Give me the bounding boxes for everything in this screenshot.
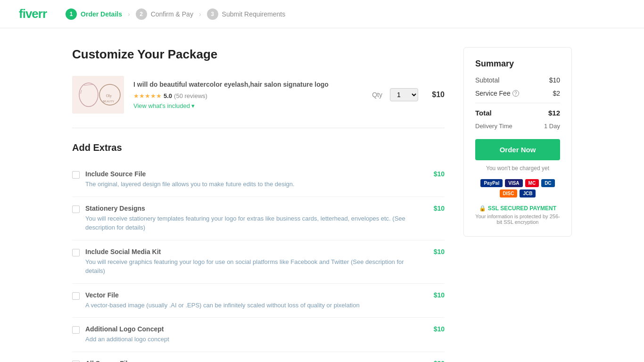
ssl-section: 🔒 SSL SECURED PAYMENT Your information i… — [475, 204, 560, 225]
product-title: I will do beautiful watercolor eyelash,h… — [133, 80, 363, 90]
order-now-button[interactable]: Order Now — [475, 139, 560, 160]
steps-nav: 1 Order Details › 2 Confirm & Pay › 3 Su… — [66, 8, 285, 20]
diners-icon: DC — [541, 179, 554, 187]
logo[interactable]: fiverr — [19, 7, 47, 21]
step-3-circle: 3 — [207, 8, 218, 20]
svg-text:BEAUTY: BEAUTY — [103, 100, 115, 103]
product-image-placeholder: Oly BEAUTY — [72, 76, 124, 114]
qty-select[interactable]: 1 2 3 4 5 — [390, 88, 418, 101]
delivery-value: 1 Day — [544, 123, 560, 130]
step-arrow-2: › — [199, 10, 201, 18]
total-value: $12 — [548, 109, 560, 117]
extra-details-3: Vector File A vector-based image (usuall… — [85, 291, 422, 310]
extra-item: All Source Files $20 — [72, 352, 445, 362]
extra-checkbox-1[interactable] — [72, 206, 80, 213]
extras-list: Include Source File The original, layere… — [72, 163, 445, 362]
subtotal-label: Subtotal — [475, 76, 499, 84]
step-1-circle: 1 — [66, 8, 77, 20]
extra-price-4: $10 — [428, 325, 445, 333]
summary-title: Summary — [475, 59, 560, 69]
rating-score: 5.0 — [164, 92, 172, 99]
info-icon[interactable]: ? — [512, 90, 519, 97]
product-image: Oly BEAUTY — [72, 76, 124, 114]
stars-icon: ★★★★★ — [133, 92, 162, 99]
extra-name-0: Include Source File — [85, 170, 422, 178]
no-charge-text: You won't be charged yet — [475, 165, 560, 172]
extra-details-1: Stationery Designs You will receive stat… — [85, 205, 422, 232]
service-fee-label: Service Fee ? — [475, 90, 519, 97]
extra-item: Additional Logo Concept Add an additiona… — [72, 318, 445, 352]
extra-checkbox-0[interactable] — [72, 171, 80, 179]
ssl-sub: Your information is protected by 256-bit… — [475, 214, 560, 225]
product-info: I will do beautiful watercolor eyelash,h… — [133, 80, 363, 109]
extra-checkbox-4[interactable] — [72, 326, 80, 334]
summary-box: Summary Subtotal $10 Service Fee ? $2 To… — [463, 47, 572, 237]
extra-checkbox-3[interactable] — [72, 292, 80, 300]
rating-count: (50 reviews) — [174, 92, 207, 99]
extra-details-4: Additional Logo Concept Add an additiona… — [85, 325, 422, 344]
extra-details-5: All Source Files — [85, 360, 422, 362]
service-fee-value: $2 — [553, 90, 560, 97]
extra-details-0: Include Source File The original, layere… — [85, 170, 422, 189]
extra-name-4: Additional Logo Concept — [85, 325, 422, 333]
payment-icons: PayPal VISA MC DC DISC JCB — [475, 179, 560, 197]
step-2: 2 Confirm & Pay — [136, 8, 193, 20]
extra-details-2: Include Social Media Kit You will receiv… — [85, 248, 422, 276]
qty-label: Qty — [372, 91, 382, 99]
extra-name-1: Stationery Designs — [85, 205, 422, 212]
ssl-text: 🔒 SSL SECURED PAYMENT — [475, 204, 560, 212]
extra-price-5: $20 — [428, 360, 445, 362]
qty-section: Qty 1 2 3 4 5 $10 — [372, 88, 445, 101]
extra-desc-1: You will receive stationery templates fe… — [85, 214, 422, 232]
page-title: Customize Your Package — [72, 47, 445, 62]
content-area: Customize Your Package Oly BEAUTY — [72, 47, 445, 362]
svg-text:Oly: Oly — [106, 94, 112, 98]
total-row: Total $12 — [475, 109, 560, 117]
step-3: 3 Submit Requirements — [207, 8, 286, 20]
main-layout: Customize Your Package Oly BEAUTY — [63, 28, 581, 362]
extra-item: Stationery Designs You will receive stat… — [72, 197, 445, 240]
extra-desc-3: A vector-based image (usually .AI or .EP… — [85, 301, 422, 310]
extra-name-5: All Source Files — [85, 360, 422, 362]
subtotal-value: $10 — [549, 76, 560, 84]
extra-price-3: $10 — [428, 291, 445, 299]
subtotal-row: Subtotal $10 — [475, 76, 560, 84]
summary-divider — [475, 103, 560, 103]
extra-price-0: $10 — [428, 170, 445, 178]
extra-checkbox-2[interactable] — [72, 249, 80, 256]
delivery-row: Delivery Time 1 Day — [475, 123, 560, 130]
product-price: $10 — [426, 90, 445, 99]
extra-desc-0: The original, layered design file allows… — [85, 180, 422, 189]
step-1-label: Order Details — [81, 10, 122, 18]
visa-icon: VISA — [505, 179, 522, 187]
extra-price-1: $10 — [428, 205, 445, 212]
product-row: Oly BEAUTY I will do beautiful watercolo… — [72, 76, 445, 128]
extra-item: Include Source File The original, layere… — [72, 163, 445, 197]
extra-checkbox-5[interactable] — [72, 361, 80, 362]
step-2-label: Confirm & Pay — [151, 10, 193, 18]
extra-desc-4: Add an additional logo concept — [85, 335, 422, 344]
delivery-label: Delivery Time — [475, 123, 512, 130]
ssl-label: SSL SECURED PAYMENT — [488, 205, 556, 212]
extra-desc-2: You will receive graphics featuring your… — [85, 257, 422, 276]
service-fee-row: Service Fee ? $2 — [475, 90, 560, 97]
product-rating: ★★★★★ 5.0 (50 reviews) — [133, 92, 363, 99]
extra-price-2: $10 — [428, 248, 445, 255]
total-label: Total — [475, 109, 492, 117]
extra-item: Include Social Media Kit You will receiv… — [72, 240, 445, 284]
jcb-icon: JCB — [520, 189, 536, 197]
paypal-icon: PayPal — [480, 179, 503, 187]
extra-item: Vector File A vector-based image (usuall… — [72, 284, 445, 318]
extra-name-3: Vector File — [85, 291, 422, 299]
step-2-circle: 2 — [136, 8, 147, 20]
mastercard-icon: MC — [525, 179, 539, 187]
view-included-link[interactable]: View what's included ▾ — [133, 102, 363, 109]
step-arrow-1: › — [128, 10, 130, 18]
header: fiverr 1 Order Details › 2 Confirm & Pay… — [0, 0, 644, 28]
step-1: 1 Order Details — [66, 8, 122, 20]
add-extras-title: Add Extras — [72, 142, 445, 153]
discover-icon: DISC — [500, 189, 518, 197]
extra-name-2: Include Social Media Kit — [85, 248, 422, 255]
step-3-label: Submit Requirements — [222, 10, 286, 18]
